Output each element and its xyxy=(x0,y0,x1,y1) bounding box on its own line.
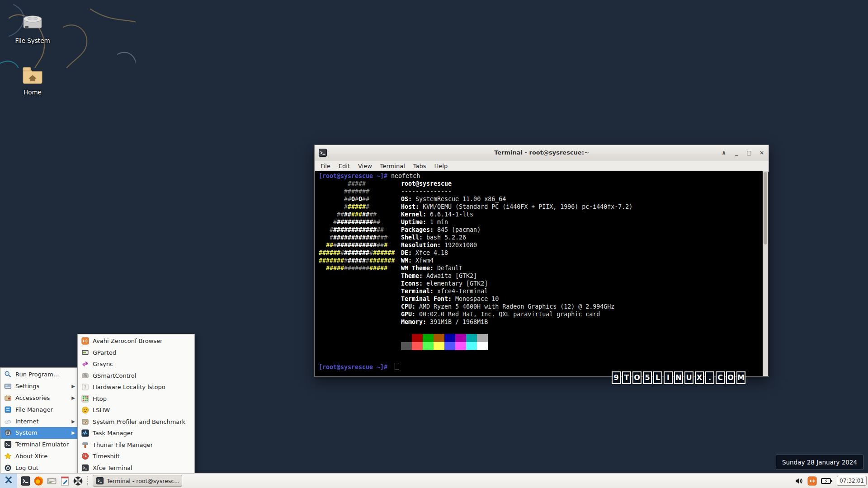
scrollbar-thumb[interactable] xyxy=(764,172,767,244)
neofetch-info-line: WM Theme: Default xyxy=(401,264,632,272)
menu-item-label: Run Program... xyxy=(15,371,59,378)
menubar-item-tabs[interactable]: Tabs xyxy=(409,162,430,170)
submenu-item-timeshift[interactable]: Timeshift xyxy=(78,450,194,462)
palette-swatch xyxy=(434,334,444,342)
maximize-button[interactable]: □ xyxy=(746,150,752,156)
home-folder-icon xyxy=(21,63,44,87)
desktop-icon-file-system[interactable]: File System xyxy=(10,12,55,44)
menu-item-internet[interactable]: Internet▶ xyxy=(0,415,77,427)
shade-button[interactable]: ∧ xyxy=(721,150,727,156)
window-titlebar[interactable]: Terminal - root@sysrescue:~ ∧_□× xyxy=(315,145,769,160)
terminal-scrollbar[interactable] xyxy=(763,171,768,376)
submenu-item-task-manager[interactable]: Task Manager xyxy=(78,427,194,439)
terminal-color-palette xyxy=(401,334,488,350)
submenu-arrow-icon: ▶ xyxy=(71,395,75,400)
applications-menu-button[interactable] xyxy=(0,474,17,488)
submenu-arrow-icon: ▶ xyxy=(71,419,75,424)
ascii-art-line: ##### xyxy=(319,180,395,188)
battery-icon[interactable] xyxy=(821,477,833,485)
watermark-tile: X xyxy=(695,371,704,384)
minimize-button[interactable]: _ xyxy=(733,150,740,156)
palette-swatch xyxy=(466,334,477,342)
applications-menu: Run Program...Settings▶Accessories▶File … xyxy=(0,367,78,475)
xfce-menu-icon xyxy=(4,475,14,487)
neofetch-separator: -------------- xyxy=(401,188,632,195)
submenu-item-thunar-file-manager[interactable]: Thunar File Manager xyxy=(78,439,194,451)
menu-item-label: Avahi Zeroconf Browser xyxy=(93,338,162,344)
terminal-screen[interactable]: [root@sysrescue ~]# neofetch ##### #####… xyxy=(315,171,763,376)
menu-item-label: File Manager xyxy=(15,406,53,413)
system-tray: 07:32:01 xyxy=(795,476,868,486)
taskbar-window-label: Terminal - root@sysresc... xyxy=(107,478,179,484)
ascii-art-line: ##################### xyxy=(319,249,395,257)
palette-swatch xyxy=(401,334,412,342)
palette-swatch xyxy=(444,342,455,350)
svg-text:?: ? xyxy=(84,385,86,390)
menubar-item-terminal[interactable]: Terminal xyxy=(376,162,409,170)
submenu-item-system-profiler-and-benchmark[interactable]: System Profiler and Benchmark xyxy=(78,416,194,428)
menu-item-log-out[interactable]: Log Out xyxy=(0,462,77,474)
avahi-icon xyxy=(81,337,89,345)
timeshift-icon xyxy=(81,452,89,460)
watermark-tile: O xyxy=(726,371,735,384)
task-manager-icon xyxy=(81,429,89,437)
palette-swatch xyxy=(412,334,423,342)
neofetch-ascii-logo: ##### ####### ##O#O## ####### ##########… xyxy=(319,180,395,272)
palette-swatch xyxy=(401,342,412,350)
menubar-item-view[interactable]: View xyxy=(354,162,376,170)
menu-item-file-manager[interactable]: File Manager xyxy=(0,404,77,415)
menu-item-label: Settings xyxy=(15,383,39,389)
palette-swatch xyxy=(444,334,455,342)
watermark-tile: 9 xyxy=(612,371,621,384)
accessories-icon xyxy=(4,394,12,402)
submenu-item-lshw[interactable]: LSHW xyxy=(78,404,194,416)
volume-icon[interactable] xyxy=(795,477,803,485)
clock[interactable]: 07:32:01 xyxy=(837,476,867,486)
menu-item-label: Timeshift xyxy=(93,453,120,460)
launcher-terminal[interactable] xyxy=(19,474,32,488)
menubar-item-edit[interactable]: Edit xyxy=(335,162,354,170)
neofetch-info-line: Host: KVM/QEMU (Standard PC (i440FX + PI… xyxy=(401,203,632,211)
submenu-item-avahi-zeroconf-browser[interactable]: Avahi Zeroconf Browser xyxy=(78,335,194,347)
shell-prompt: [root@sysrescue ~]# xyxy=(319,173,391,179)
launcher-media-wheel[interactable] xyxy=(71,474,85,488)
ascii-art-line: ##O#O## xyxy=(319,195,395,203)
neofetch-info-line: Terminal Font: Monospace 10 xyxy=(401,295,632,303)
launcher-firefox[interactable] xyxy=(32,474,45,488)
menubar-item-file[interactable]: File xyxy=(316,162,335,170)
menu-item-label: System xyxy=(15,429,37,436)
terminal-line: [root@sysrescue ~]# xyxy=(319,363,399,371)
launcher-gparted-disk[interactable] xyxy=(45,474,58,488)
submenu-item-htop[interactable]: Htop xyxy=(78,393,194,405)
taskbar-window-button[interactable]: Terminal - root@sysresc... xyxy=(93,475,182,487)
submenu-item-hardware-locality-lstopo[interactable]: ?Hardware Locality lstopo xyxy=(78,381,194,393)
palette-swatch xyxy=(466,342,477,350)
menu-item-terminal-emulator[interactable]: Terminal Emulator xyxy=(0,439,77,450)
neofetch-info: root@sysrescue--------------OS: SystemRe… xyxy=(401,180,632,326)
submenu-item-gparted[interactable]: GParted xyxy=(78,347,194,359)
neofetch-info-line: Packages: 845 (pacman) xyxy=(401,226,632,234)
desktop-icon-home[interactable]: Home xyxy=(10,63,55,96)
terminal-icon xyxy=(20,476,31,486)
menu-item-system[interactable]: System▶ xyxy=(0,427,77,439)
neofetch-info-line: CPU: AMD Ryzen 5 4600H with Radeon Graph… xyxy=(401,303,632,310)
neofetch-info-line: GPU: 00:02.0 Red Hat, Inc. QXL paravirtu… xyxy=(401,310,632,318)
menu-item-about-xfce[interactable]: About Xfce xyxy=(0,450,77,462)
submenu-item-grsync[interactable]: Grsync xyxy=(78,358,194,370)
menu-item-settings[interactable]: Settings▶ xyxy=(0,380,77,392)
submenu-item-gsmartcontrol[interactable]: GSmartControl xyxy=(78,370,194,382)
neofetch-info-line: Kernel: 6.6.14-1-lts xyxy=(401,211,632,218)
palette-swatch xyxy=(434,342,444,350)
desktop-icon-label: File System xyxy=(10,37,55,44)
submenu-item-xfce-terminal[interactable]: Xfce Terminal xyxy=(78,462,194,474)
network-icon[interactable] xyxy=(807,476,817,486)
menubar-item-help[interactable]: Help xyxy=(430,162,452,170)
menu-item-run-program[interactable]: Run Program... xyxy=(0,369,77,380)
quick-launchers xyxy=(19,474,85,488)
launcher-editor[interactable] xyxy=(58,474,71,488)
palette-swatch xyxy=(477,334,488,342)
menu-item-accessories[interactable]: Accessories▶ xyxy=(0,392,77,404)
terminal-icon xyxy=(81,464,89,472)
close-button[interactable]: × xyxy=(759,150,765,156)
submenu-arrow-icon: ▶ xyxy=(71,384,75,389)
